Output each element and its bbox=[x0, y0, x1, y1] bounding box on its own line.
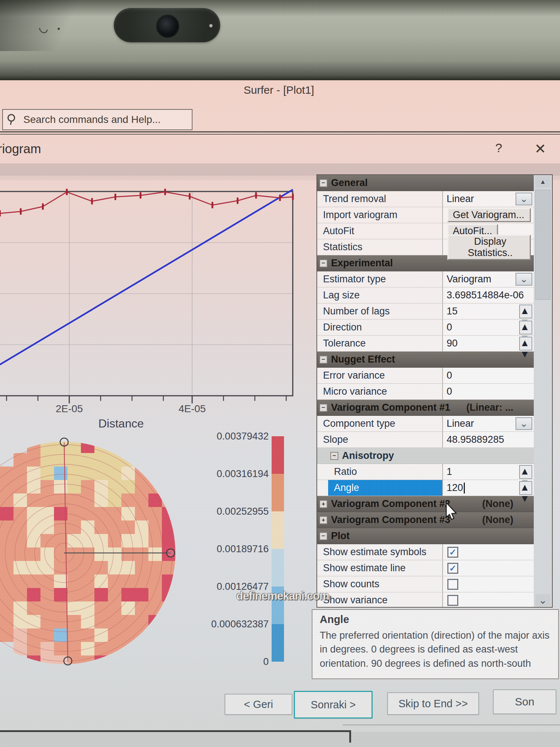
finish-button[interactable]: Son bbox=[493, 689, 556, 714]
property-row: Direction0▲▼ bbox=[317, 320, 534, 336]
property-value-cell[interactable]: Linear⌄ bbox=[442, 191, 534, 207]
property-label-cell[interactable]: Import variogram bbox=[317, 207, 442, 223]
property-row: Micro variance0 bbox=[317, 384, 534, 400]
back-button[interactable]: < Geri bbox=[225, 694, 292, 715]
laptop-bezel bbox=[0, 0, 560, 81]
property-label-cell[interactable]: Slope bbox=[317, 432, 442, 448]
property-value-cell[interactable]: 0▲▼ bbox=[442, 320, 534, 336]
grid-section-header[interactable]: −Plot bbox=[317, 528, 534, 544]
dialog-help-button[interactable]: ? bbox=[491, 141, 507, 157]
expand-icon[interactable]: + bbox=[319, 500, 327, 508]
dropdown-button[interactable]: ⌄ bbox=[516, 193, 532, 205]
property-value-cell[interactable] bbox=[442, 592, 534, 608]
expand-icon[interactable]: + bbox=[319, 516, 327, 524]
property-label-cell[interactable]: Show estimate line bbox=[317, 560, 442, 576]
scrollbar-thumb[interactable] bbox=[535, 190, 551, 300]
property-label-cell[interactable]: Show estimate symbols bbox=[317, 544, 442, 560]
property-value-cell[interactable]: 0 bbox=[442, 384, 534, 400]
expand-icon[interactable]: − bbox=[330, 452, 338, 460]
watermark: definemekani.com bbox=[236, 589, 329, 603]
checkbox[interactable]: ✓ bbox=[447, 563, 458, 574]
spinner-down-icon[interactable]: ▼ bbox=[520, 349, 532, 360]
property-label-cell[interactable]: Show counts bbox=[317, 576, 442, 592]
search-input[interactable]: Search commands and Help... bbox=[2, 109, 192, 130]
property-value-cell[interactable]: Get Variogram... bbox=[442, 207, 534, 223]
dropdown-button[interactable]: ⌄ bbox=[516, 273, 532, 286]
property-value-cell[interactable]: 0 bbox=[442, 368, 534, 384]
expand-icon[interactable]: − bbox=[319, 179, 327, 187]
property-value-cell[interactable]: Linear⌄ bbox=[442, 416, 534, 432]
property-value-cell[interactable]: 90▲▼ bbox=[442, 336, 534, 352]
webcam-lens bbox=[156, 15, 179, 38]
spinner-down-icon[interactable]: ▼ bbox=[520, 493, 532, 504]
property-label-cell[interactable]: Statistics bbox=[317, 239, 442, 255]
mouse-cursor bbox=[446, 503, 462, 520]
property-grid-scrollbar[interactable]: ▲ ⌄ bbox=[534, 174, 553, 608]
property-row: Trend removalLinear⌄ bbox=[317, 191, 534, 207]
property-value-cell[interactable]: 120▲▼ bbox=[442, 480, 534, 496]
window-bottom-border bbox=[0, 730, 351, 732]
property-value-cell[interactable]: 3.698514884e-06 bbox=[442, 287, 534, 303]
spinner-up-icon[interactable]: ▲ bbox=[520, 305, 532, 317]
property-label-cell[interactable]: Trend removal bbox=[317, 191, 442, 207]
property-label-cell[interactable]: Ratio bbox=[317, 464, 442, 480]
dropdown-button[interactable]: ⌄ bbox=[516, 417, 532, 430]
property-row: Show variance bbox=[317, 592, 534, 608]
grid-section-header[interactable]: +Variogram Component #3(None) bbox=[317, 512, 534, 528]
property-label-cell[interactable]: Show variance bbox=[317, 592, 442, 608]
spinner-up-icon[interactable]: ▲ bbox=[520, 321, 532, 333]
property-label-cell[interactable]: Micro variance bbox=[317, 384, 442, 400]
next-button[interactable]: Sonraki > bbox=[294, 691, 373, 719]
property-label-cell[interactable]: Angle bbox=[317, 480, 442, 496]
checkbox[interactable]: ✓ bbox=[447, 547, 458, 558]
property-label-cell[interactable]: Number of lags bbox=[317, 303, 442, 320]
grid-section-header[interactable]: −Variogram Component #1(Linear: ... bbox=[317, 400, 534, 416]
expand-icon[interactable]: − bbox=[319, 532, 327, 540]
action-button[interactable]: Display Statistics.. bbox=[447, 235, 531, 260]
section-label: Variogram Component #2 bbox=[331, 498, 450, 510]
property-label-cell[interactable]: Tolerance bbox=[317, 336, 442, 352]
checkbox[interactable] bbox=[447, 579, 458, 590]
spinner-up-icon[interactable]: ▲ bbox=[520, 482, 532, 493]
property-value-cell[interactable]: 1▲▼ bbox=[442, 464, 534, 480]
spinner[interactable]: ▲▼ bbox=[519, 465, 532, 479]
property-value-cell[interactable]: 48.95889285 bbox=[442, 432, 534, 448]
property-label: Number of lags bbox=[317, 303, 442, 319]
property-label-cell[interactable]: AutoFit bbox=[317, 223, 442, 239]
property-value-cell[interactable]: Display Statistics.. bbox=[442, 239, 534, 255]
expand-icon[interactable]: − bbox=[319, 259, 327, 267]
section-label: Experimental bbox=[331, 258, 393, 269]
scroll-up-icon[interactable]: ▲ bbox=[535, 176, 551, 188]
property-value-cell[interactable]: ✓ bbox=[442, 560, 534, 576]
spinner-up-icon[interactable]: ▲ bbox=[520, 337, 532, 349]
spinner[interactable]: ▲▼ bbox=[519, 305, 532, 318]
property-label-cell[interactable]: Error variance bbox=[317, 368, 442, 384]
property-label-cell[interactable]: Estimator type bbox=[317, 271, 442, 287]
property-value-cell[interactable]: Variogram⌄ bbox=[442, 271, 534, 287]
skip-to-end-button[interactable]: Skip to End >> bbox=[387, 692, 479, 715]
spinner[interactable]: ▲▼ bbox=[519, 321, 532, 334]
action-button[interactable]: Get Variogram... bbox=[447, 208, 531, 222]
property-label-cell[interactable]: Lag size bbox=[317, 287, 442, 303]
expand-icon[interactable]: − bbox=[319, 356, 327, 364]
grid-section-header[interactable]: −General bbox=[317, 175, 534, 191]
property-row: Show estimate line✓ bbox=[317, 560, 534, 576]
spinner-up-icon[interactable]: ▲ bbox=[520, 466, 532, 477]
property-value-cell[interactable] bbox=[442, 576, 534, 592]
grid-section-header[interactable]: +Variogram Component #2(None) bbox=[317, 496, 534, 512]
dialog-close-icon[interactable]: ✕ bbox=[532, 141, 549, 158]
spinner[interactable]: ▲▼ bbox=[519, 481, 532, 495]
checkbox[interactable] bbox=[447, 595, 458, 606]
property-row: Ratio1▲▼ bbox=[317, 464, 534, 480]
grid-section-header[interactable]: −Nugget Effect bbox=[317, 352, 534, 368]
grid-subsection-header[interactable]: −Anisotropy bbox=[317, 448, 534, 464]
property-value-cell[interactable]: 15▲▼ bbox=[442, 303, 534, 320]
property-label-cell[interactable]: Direction bbox=[317, 320, 442, 336]
scroll-down-icon[interactable]: ⌄ bbox=[535, 594, 551, 606]
help-body: The preferred orientation (direction) of… bbox=[320, 628, 551, 670]
property-value-cell[interactable]: ✓ bbox=[442, 544, 534, 560]
property-label: Show estimate symbols bbox=[317, 544, 442, 560]
expand-icon[interactable]: − bbox=[319, 404, 327, 412]
spinner[interactable]: ▲▼ bbox=[519, 337, 532, 351]
property-label-cell[interactable]: Component type bbox=[317, 416, 442, 432]
